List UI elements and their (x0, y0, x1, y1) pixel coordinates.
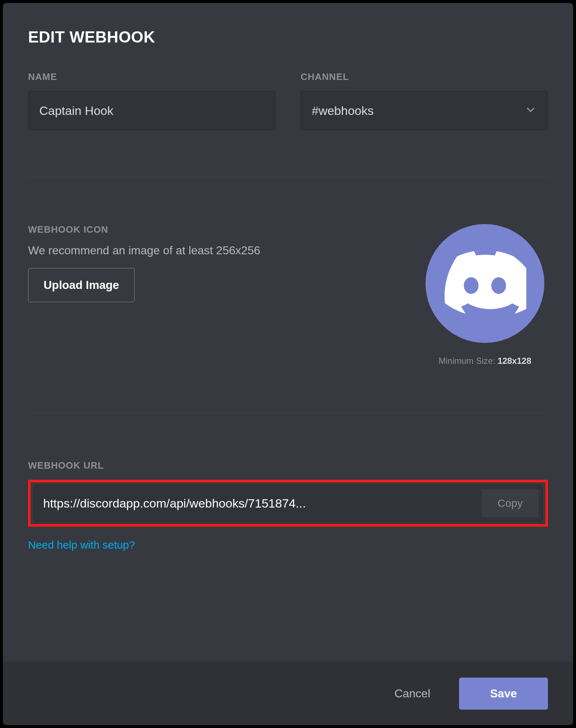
icon-section: WEBHOOK ICON We recommend an image of at… (28, 224, 548, 366)
url-label: WEBHOOK URL (28, 460, 548, 471)
channel-column: CHANNEL #webhooks (301, 71, 548, 130)
icon-section-left: WEBHOOK ICON We recommend an image of at… (28, 224, 404, 302)
copy-button[interactable]: Copy (482, 489, 539, 517)
divider (28, 177, 548, 177)
edit-webhook-modal: EDIT WEBHOOK NAME CHANNEL #webhooks WEBH… (3, 3, 573, 725)
upload-image-button[interactable]: Upload Image (28, 268, 135, 302)
save-button[interactable]: Save (459, 678, 548, 710)
form-row: NAME CHANNEL #webhooks (28, 71, 548, 130)
discord-logo-icon (444, 241, 526, 326)
cancel-button[interactable]: Cancel (384, 680, 441, 707)
minimum-size-prefix: Minimum Size: (438, 356, 498, 366)
help-link[interactable]: Need help with setup? (28, 539, 135, 551)
name-label: NAME (28, 71, 275, 82)
modal-body: EDIT WEBHOOK NAME CHANNEL #webhooks WEBH… (3, 3, 573, 662)
name-input[interactable] (28, 91, 275, 130)
url-highlight-box: https://discordapp.com/api/webhooks/7151… (28, 480, 548, 527)
channel-label: CHANNEL (301, 71, 548, 82)
url-section: WEBHOOK URL https://discordapp.com/api/w… (28, 460, 548, 551)
webhook-url-text[interactable]: https://discordapp.com/api/webhooks/7151… (43, 496, 476, 510)
minimum-size-value: 128x128 (498, 356, 531, 366)
avatar-column: Minimum Size: 128x128 (426, 224, 544, 366)
webhook-avatar[interactable] (426, 224, 544, 343)
divider (28, 413, 548, 413)
channel-select-value: #webhooks (312, 104, 525, 118)
minimum-size-text: Minimum Size: 128x128 (438, 356, 531, 366)
modal-title: EDIT WEBHOOK (28, 28, 548, 46)
url-row: https://discordapp.com/api/webhooks/7151… (33, 485, 543, 521)
modal-footer: Cancel Save (3, 662, 573, 725)
name-column: NAME (28, 71, 275, 130)
icon-recommend-text: We recommend an image of at least 256x25… (28, 244, 404, 257)
chevron-down-icon (525, 104, 537, 117)
channel-select[interactable]: #webhooks (301, 91, 548, 130)
icon-section-label: WEBHOOK ICON (28, 224, 404, 235)
